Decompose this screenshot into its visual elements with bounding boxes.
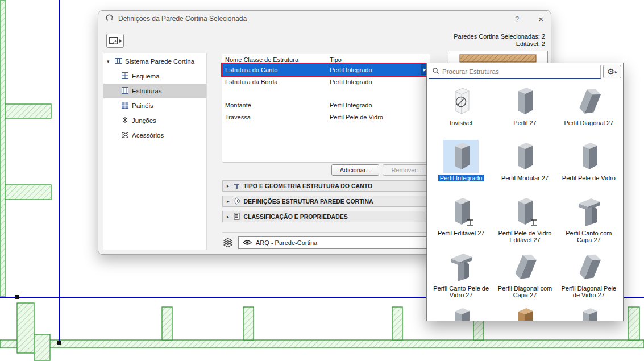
structure-option-label: Perfil Diagonal 27 [564,119,613,126]
structure-option[interactable]: Perfil Pele de Vidro Editável 27 [493,193,556,248]
close-button[interactable]: × [538,14,543,24]
profile-icon [508,84,542,118]
structure-option-label: Perfil Editável 27 [438,230,485,236]
structure-type: Perfil Integrado [330,78,430,85]
table-row[interactable]: Travessa Perfil Pele de Vidro ▶ [222,111,430,123]
junctions-icon [122,117,128,123]
structure-thumbnail [571,85,606,118]
add-button[interactable]: Adicionar... [331,164,379,176]
tree-item-label: Esquema [132,73,160,80]
structure-option[interactable] [430,303,492,321]
dialog-titlebar: Definições da Parede Cortina Selecionada… [98,11,551,27]
structure-thumbnail [507,305,542,321]
corner-profile-icon [572,194,606,229]
table-row[interactable]: Montante Perfil Integrado ▶ [222,99,430,111]
structure-option[interactable]: Perfil Diagonal Pele de Vidro 27 [558,248,620,303]
search-input[interactable] [442,68,597,75]
editable-profile-icon [444,194,478,229]
structure-option[interactable]: Perfil Integrado [430,138,492,193]
structure-option[interactable] [558,303,620,321]
tree-item-estruturas[interactable]: Estruturas [103,84,206,98]
table-row[interactable]: Estrutura do Canto Perfil Integrado ▶ [222,64,430,76]
tree-item-paineis[interactable]: Painéis [103,98,206,113]
tree-item-label: Junções [132,117,156,124]
structure-class-name: Estrutura do Canto [225,67,330,73]
structure-class-name: Montante [225,102,330,109]
structure-thumbnail [507,250,542,283]
panels-icon [122,102,128,109]
structure-option-label: Perfil Diagonal Pele de Vidro 27 [558,285,620,298]
structure-option-label: Perfil Pele de Vidro Editável 27 [493,230,556,243]
table-row[interactable]: Estrutura da Borda Perfil Integrado ▶ [222,76,430,88]
structure-thumbnail [443,195,479,228]
tree-item-acessorios[interactable]: Acessórios [103,128,206,143]
structure-option[interactable]: Perfil Canto Pele de Vidro 27 [430,248,492,303]
corner-profile-icon [444,250,478,284]
layer-selector[interactable]: ARQ - Parede-Cortina [238,236,432,249]
section-label: DEFINIÇÕES ESTRUTURA PAREDE CORTINA [244,198,373,205]
structure-thumbnail [571,195,606,228]
classification-icon [233,213,240,220]
search-bar: ⚙ ▸ [427,63,623,80]
structure-class-name: Estrutura da Borda [225,78,330,85]
scheme-icon [122,72,128,79]
definitions-icon [233,197,240,205]
structure-thumbnail [571,140,606,173]
structure-option-label: Perfil Diagonal com Capa 27 [493,285,556,298]
structure-option[interactable]: Perfil Editável 27 [430,193,492,248]
structure-picker-popup: ⚙ ▸ Invisível [426,63,624,321]
profile-icon [508,139,542,173]
structure-option[interactable]: Perfil Modular 27 [493,138,556,193]
structure-option[interactable] [493,303,556,321]
structure-option[interactable]: Perfil Diagonal com Capa 27 [493,248,556,303]
eye-icon[interactable] [243,239,252,247]
expand-arrow-icon: ▸ [227,183,230,189]
structure-thumbnail [507,195,542,228]
tree-item-sistema-parede-cortina[interactable]: ▾ Sistema Parede Cortina [103,53,206,69]
system-icon [115,57,122,65]
structure-option-label: Perfil Canto Pele de Vidro 27 [430,285,492,298]
structure-option[interactable]: Perfil 27 [493,82,556,138]
tree-item-label: Acessórios [132,132,164,139]
section-label: CLASSIFICAÇÃO E PROPRIEDADES [244,213,348,220]
search-icon [432,67,439,77]
structure-type: Perfil Integrado [330,102,430,109]
application-window: Definições da Parede Cortina Selecionada… [0,0,644,361]
structure-option[interactable]: Perfil Canto com Capa 27 [558,193,620,248]
structure-thumbnail [571,250,606,283]
invisible-profile-icon [444,84,478,118]
expand-arrow-icon: ▸ [227,214,230,219]
layer-name: ARQ - Parede-Cortina [256,239,317,246]
tree-item-label: Painéis [132,102,153,109]
tree-item-juncoes[interactable]: Junções [103,113,206,128]
structure-type: Perfil Integrado [330,67,430,73]
gear-arrow-icon: ▸ [615,69,617,74]
column-header-name[interactable]: Nome Classe de Estrutura [225,56,330,63]
structure-option-label: Perfil Canto com Capa 27 [558,230,620,243]
picker-settings-button[interactable]: ⚙ ▸ [603,65,621,78]
structure-option[interactable]: Invisível [430,82,492,138]
structure-option[interactable]: Perfil Diagonal 27 [558,82,620,138]
selection-info: Paredes Cortina Selecionadas: 2 Editável… [454,33,545,47]
structure-thumbnail [507,85,542,118]
favorites-button[interactable] [106,34,124,48]
profile-icon [444,139,478,173]
remove-button[interactable]: Remover... [383,164,430,176]
structure-grid: Invisível Perfil 27 Perfil Diagonal 27 [429,82,621,321]
tree-item-esquema[interactable]: Esquema [103,69,206,84]
diagonal-profile-icon [572,84,606,118]
selected-count: Paredes Cortina Selecionadas: 2 [454,33,545,40]
diagonal-profile-icon [508,250,542,284]
structure-option-label: Perfil Modular 27 [501,175,549,181]
column-header-type[interactable]: Tipo [330,56,430,63]
structure-thumbnail [507,140,542,173]
structure-option-label: Perfil Pele de Vidro [562,175,616,181]
tree-root-label: Sistema Parede Cortina [125,58,194,65]
structure-option[interactable]: Perfil Pele de Vidro [558,138,620,193]
accessories-icon [122,131,128,138]
help-button[interactable]: ? [515,15,519,23]
section-label: TIPO E GEOMETRIA ESTRUTURA DO CANTO [244,182,373,189]
search-field[interactable] [429,65,601,79]
geometry-icon [233,182,240,189]
structure-class-table: Nome Classe de Estrutura Tipo Estrutura … [222,54,430,163]
